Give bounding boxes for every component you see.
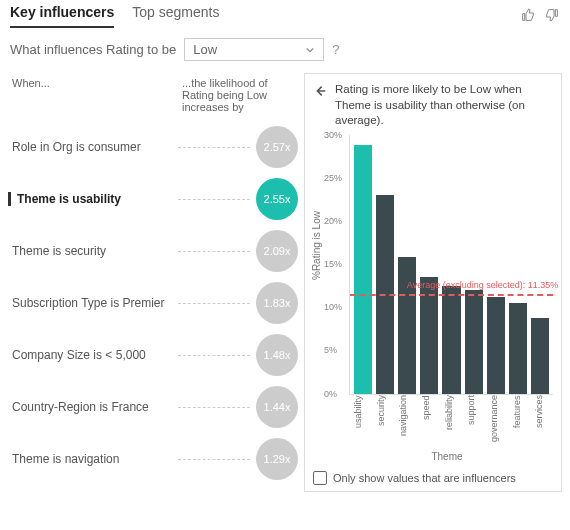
x-tick: usability (353, 395, 372, 449)
influencer-label: Country-Region is France (8, 400, 178, 414)
bar[interactable] (509, 303, 527, 394)
bar[interactable] (354, 145, 372, 394)
influencer-list: When... ...the likelihood of Rating bein… (8, 73, 298, 492)
y-axis-label: %Rating is Low (311, 211, 322, 280)
checkbox-icon[interactable] (313, 471, 327, 485)
bar[interactable] (465, 290, 483, 394)
multiplier-bubble: 2.55x (256, 178, 298, 220)
thumbs-up-icon[interactable] (520, 7, 536, 26)
y-tick: 0% (324, 389, 337, 399)
influencer-label: Subscription Type is Premier (8, 296, 178, 310)
back-arrow-icon[interactable] (313, 82, 327, 103)
connector-line (178, 355, 250, 356)
rating-dropdown[interactable]: Low (184, 38, 324, 61)
x-tick: navigation (398, 395, 417, 449)
multiplier-bubble: 1.48x (256, 334, 298, 376)
connector-line (178, 199, 250, 200)
influencer-row[interactable]: Company Size is < 5,0001.48x (8, 329, 298, 381)
influencer-row[interactable]: Theme is usability2.55x (8, 173, 298, 225)
bar[interactable] (442, 286, 460, 394)
bar[interactable] (398, 257, 416, 393)
chart: %Rating is Low 0%5%10%15%20%25%30%Averag… (313, 135, 553, 465)
connector-line (178, 251, 250, 252)
multiplier-bubble: 2.09x (256, 230, 298, 272)
tab-bar: Key influencers Top segments (10, 4, 219, 28)
question-row: What influences Rating to be Low ? (0, 28, 570, 67)
chevron-down-icon (305, 45, 315, 55)
y-tick: 15% (324, 259, 342, 269)
bar[interactable] (487, 297, 505, 394)
influencer-label: Company Size is < 5,000 (8, 348, 178, 362)
y-tick: 30% (324, 130, 342, 140)
y-tick: 25% (324, 173, 342, 183)
influencer-row[interactable]: Role in Org is consumer2.57x (8, 121, 298, 173)
x-tick: reliability (444, 395, 463, 449)
influencer-label: Theme is navigation (8, 452, 178, 466)
y-tick: 20% (324, 216, 342, 226)
tab-key-influencers[interactable]: Key influencers (10, 4, 114, 28)
connector-line (178, 303, 250, 304)
average-label: Average (excluding selected): 11.35% (407, 280, 558, 290)
x-tick: security (376, 395, 395, 449)
x-axis-label: Theme (341, 451, 553, 462)
dropdown-value: Low (193, 42, 217, 57)
detail-panel: Rating is more likely to be Low when The… (304, 73, 562, 492)
bar[interactable] (531, 318, 549, 394)
influencer-row[interactable]: Theme is security2.09x (8, 225, 298, 277)
multiplier-bubble: 1.83x (256, 282, 298, 324)
help-icon[interactable]: ? (332, 42, 339, 57)
influencer-label: Role in Org is consumer (8, 140, 178, 154)
y-tick: 10% (324, 302, 342, 312)
x-tick: governance (489, 395, 508, 449)
filter-checkbox-row[interactable]: Only show values that are influencers (313, 471, 553, 485)
influencer-row[interactable]: Country-Region is France1.44x (8, 381, 298, 433)
question-prefix: What influences Rating to be (10, 42, 176, 57)
influencer-row[interactable]: Subscription Type is Premier1.83x (8, 277, 298, 329)
thumbs-down-icon[interactable] (544, 7, 560, 26)
multiplier-bubble: 1.29x (256, 438, 298, 480)
x-tick: support (466, 395, 485, 449)
influencer-row[interactable]: Theme is navigation1.29x (8, 433, 298, 485)
influencer-label: Theme is security (8, 244, 178, 258)
x-tick: speed (421, 395, 440, 449)
checkbox-label: Only show values that are influencers (333, 472, 516, 484)
connector-line (178, 407, 250, 408)
column-when: When... (12, 77, 182, 113)
x-tick: features (512, 395, 531, 449)
connector-line (178, 459, 250, 460)
influencer-label: Theme is usability (8, 192, 178, 206)
multiplier-bubble: 1.44x (256, 386, 298, 428)
multiplier-bubble: 2.57x (256, 126, 298, 168)
column-likelihood: ...the likelihood of Rating being Low in… (182, 77, 298, 113)
average-line (350, 294, 553, 296)
tab-top-segments[interactable]: Top segments (132, 4, 219, 28)
connector-line (178, 147, 250, 148)
y-tick: 5% (324, 345, 337, 355)
detail-title: Rating is more likely to be Low when The… (335, 82, 553, 129)
x-tick: services (534, 395, 553, 449)
feedback-buttons (520, 7, 560, 26)
